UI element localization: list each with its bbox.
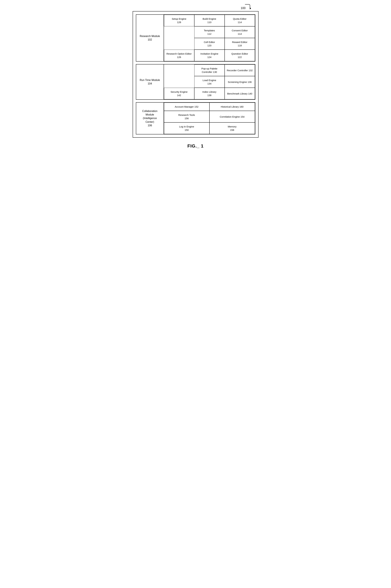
screening-engine-cell: Screening Engine 136 [225,76,255,88]
memory-cell: Memory158 [209,123,255,134]
consent-editor-cell: Consent Editor114 [225,26,255,38]
benchmark-library-cell: Benchmark Library 140 [225,88,255,99]
account-manager-cell: Account Manager 152 [164,103,209,111]
ref-number: 100 [241,6,245,10]
reward-editor-cell: Reward Editor118 [225,38,255,50]
cell-editor-cell: Cell Editor120 [194,38,225,50]
index-library-cell: Index Library138 [194,88,225,99]
popup-palette-cell: Pop-up Palette Controller 130 [194,64,225,76]
recorder-controller-cell: Recorder Controller 132 [225,64,255,76]
collaboration-module-grid: Account Manager 152 Historical Library 1… [164,103,255,134]
runtime-empty-r1c1 [164,64,194,76]
runtime-module-grid: Pop-up Palette Controller 130 Recorder C… [164,64,255,99]
question-editor-cell: Question Editor122 [225,50,255,61]
research-tools-cell: Research Tools156 [164,111,209,123]
figure-label: FIG._ 1 [133,144,259,148]
templates-cell: Templates112 [194,26,225,38]
load-engine-cell: Load Engine134 [194,76,225,88]
build-engine-cell: Build Engine110 [194,15,225,26]
empty-cell-r3c1 [164,38,194,50]
diagram-container: 100 Research Module102 Setup Engine128 B… [133,6,259,148]
ref-number-container: 100 [133,6,259,10]
research-module-row: Research Module102 Setup Engine128 Build… [136,14,255,62]
setup-engine-cell: Setup Engine128 [164,15,194,26]
runtime-empty-r2c1 [164,76,194,88]
research-module-grid: Setup Engine128 Build Engine110 Quota Ed… [164,15,255,61]
setup-engine-empty-cell [164,26,194,38]
invitation-engine-cell: Invitation Engine124 [194,50,225,61]
historical-library-cell: Historical Library 160 [209,103,255,111]
runtime-module-row: Run Time Module104 Pop-up Palette Contro… [136,64,255,100]
security-engine-cell: Security Engine142 [164,88,194,99]
collaboration-module-label: Collaboration Module (Intelligence Cente… [136,103,164,134]
collaboration-module-row: Collaboration Module (Intelligence Cente… [136,102,255,135]
research-option-editor-cell: Research Option Editor 126 [164,50,194,61]
outer-box: Research Module102 Setup Engine128 Build… [133,11,259,138]
runtime-module-label: Run Time Module104 [136,64,164,99]
quota-editor-cell: Quota Editor114 [225,15,255,26]
correlation-engine-cell: Correlation Engine 154 [209,111,255,123]
login-engine-cell: Log In Engine150 [164,123,209,134]
research-module-label: Research Module102 [136,15,164,61]
